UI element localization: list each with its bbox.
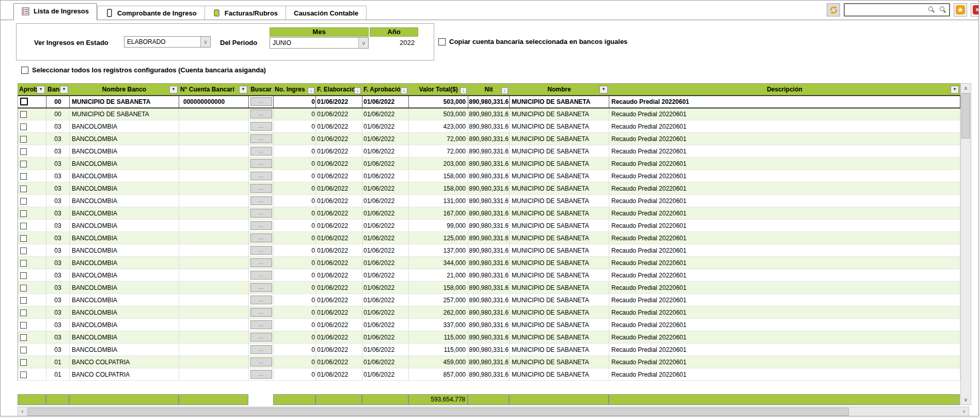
buscar-button[interactable]: ... <box>250 234 272 242</box>
row-approve-checkbox[interactable] <box>20 161 27 167</box>
descripcion-filter-icon[interactable]: ▼ <box>951 86 959 94</box>
valor-sort-icon[interactable]: ↓ <box>460 87 467 94</box>
buscar-button[interactable]: ... <box>250 110 272 118</box>
row-approve-checkbox[interactable] <box>20 111 27 118</box>
favorite-button[interactable]: ★ <box>954 3 967 17</box>
column-header-no_ingreso[interactable]: No. Ingres↓ <box>274 84 316 96</box>
search-icon[interactable] <box>927 6 936 16</box>
row-approve-checkbox[interactable] <box>20 272 27 279</box>
buscar-button[interactable]: ... <box>250 345 272 354</box>
table-row[interactable]: 03BANCOLOMBIA...001/06/202201/06/2022337… <box>18 319 960 331</box>
buscar-button[interactable]: ... <box>250 320 272 329</box>
horizontal-scrollbar[interactable]: ‹ › <box>18 407 969 416</box>
row-approve-checkbox[interactable] <box>20 247 27 254</box>
cuenta-filter-icon[interactable]: ▼ <box>239 86 247 94</box>
row-approve-checkbox[interactable] <box>20 260 27 267</box>
row-approve-checkbox[interactable] <box>20 136 27 143</box>
row-approve-checkbox[interactable] <box>20 185 27 192</box>
column-header-valor[interactable]: Valor Total($)↓ <box>409 84 468 96</box>
buscar-button[interactable]: ... <box>250 196 272 205</box>
table-row[interactable]: 01BANCO COLPATRIA...001/06/202201/06/202… <box>18 368 960 381</box>
banco-filter-icon[interactable]: ▼ <box>60 86 68 94</box>
buscar-button[interactable]: ... <box>250 246 272 255</box>
buscar-button[interactable]: ... <box>250 184 272 193</box>
row-approve-checkbox[interactable] <box>20 123 27 130</box>
buscar-button[interactable]: ... <box>250 221 272 230</box>
vertical-scroll-thumb[interactable] <box>961 93 970 138</box>
row-approve-checkbox[interactable] <box>20 223 27 229</box>
table-row[interactable]: 00MUNICIPIO DE SABANETA000000000000...00… <box>18 96 960 108</box>
table-row[interactable]: 03BANCOLOMBIA...001/06/202201/06/2022158… <box>18 282 960 294</box>
row-approve-checkbox[interactable] <box>20 235 27 242</box>
scroll-right-icon[interactable]: › <box>959 407 969 416</box>
table-row[interactable]: 03BANCOLOMBIA...001/06/202201/06/202299,… <box>18 220 960 232</box>
row-approve-checkbox[interactable] <box>20 297 27 304</box>
table-row[interactable]: 03BANCOLOMBIA...001/06/202201/06/2022158… <box>18 170 960 182</box>
table-row[interactable]: 03BANCOLOMBIA...001/06/202201/06/2022115… <box>18 331 960 344</box>
buscar-button[interactable]: ... <box>250 209 272 218</box>
table-row[interactable]: 03BANCOLOMBIA...001/06/202201/06/202221,… <box>18 269 960 282</box>
exit-button[interactable]: × <box>971 3 979 17</box>
table-row[interactable]: 03BANCOLOMBIA...001/06/202201/06/202272,… <box>18 133 960 145</box>
column-header-f_aprobacion[interactable]: F. Aprobació↓ <box>362 84 409 96</box>
vertical-scrollbar[interactable]: ∧ ∨ <box>960 83 971 405</box>
scroll-up-icon[interactable]: ∧ <box>961 84 971 93</box>
buscar-button[interactable]: ... <box>250 159 272 168</box>
mes-select[interactable]: JUNIO ∨ <box>270 37 369 49</box>
table-row[interactable]: 01BANCO COLPATRIA...001/06/202201/06/202… <box>18 356 960 368</box>
f_elaboracion-sort-icon[interactable]: ↓ <box>354 87 361 94</box>
table-row[interactable]: 03BANCOLOMBIA...001/06/202201/06/2022131… <box>18 195 960 207</box>
column-header-nombre_banco[interactable]: Nombre Banco▼ <box>70 84 179 96</box>
nombre-filter-icon[interactable]: ▼ <box>599 86 608 94</box>
column-header-descripcion[interactable]: Descripción▼ <box>609 84 960 96</box>
buscar-button[interactable]: ... <box>250 308 272 317</box>
row-approve-checkbox[interactable] <box>20 148 27 155</box>
column-header-banco[interactable]: Banc▼ <box>46 84 70 96</box>
buscar-button[interactable]: ... <box>250 370 272 379</box>
horizontal-scroll-thumb[interactable] <box>28 408 849 416</box>
table-row[interactable]: 03BANCOLOMBIA...001/06/202201/06/2022158… <box>18 182 960 195</box>
row-approve-checkbox[interactable] <box>20 322 27 329</box>
f_aprobacion-sort-icon[interactable]: ↓ <box>401 87 407 94</box>
table-row[interactable]: 03BANCOLOMBIA...001/06/202201/06/2022125… <box>18 232 960 244</box>
search-next-icon[interactable]: » <box>939 6 947 16</box>
buscar-button[interactable]: ... <box>250 283 272 292</box>
tab-comprobante-de-ingreso[interactable]: Comprobante de Ingreso <box>97 6 205 20</box>
buscar-button[interactable]: ... <box>250 172 272 180</box>
row-approve-checkbox[interactable] <box>20 371 27 378</box>
ano-value[interactable]: 2022 <box>369 37 417 49</box>
buscar-button[interactable]: ... <box>250 122 272 131</box>
buscar-button[interactable]: ... <box>250 271 272 280</box>
no_ingreso-sort-icon[interactable]: ↓ <box>308 87 314 94</box>
aprobar-filter-icon[interactable]: ▼ <box>37 86 45 94</box>
column-header-aprobar[interactable]: Aprob▼ <box>18 84 46 96</box>
table-row[interactable]: 03BANCOLOMBIA...001/06/202201/06/2022257… <box>18 294 960 306</box>
tab-lista-de-ingresos[interactable]: Lista de Ingresos <box>13 3 97 20</box>
table-row[interactable]: 03BANCOLOMBIA...001/06/202201/06/2022262… <box>18 306 960 319</box>
tab-facturas-rubros[interactable]: Facturas/Rubros <box>205 6 286 20</box>
seleccionar-todos-checkbox[interactable] <box>21 67 28 74</box>
row-approve-checkbox[interactable] <box>20 359 27 366</box>
table-row[interactable]: 03BANCOLOMBIA...001/06/202201/06/2022137… <box>18 244 960 257</box>
table-row[interactable]: 03BANCOLOMBIA...001/06/202201/06/2022167… <box>18 207 960 220</box>
column-header-nit[interactable]: Nit↓ <box>468 84 510 96</box>
column-header-cuenta[interactable]: N° Cuenta Bancari▼ <box>179 84 249 96</box>
row-approve-checkbox[interactable] <box>20 198 27 205</box>
column-header-f_elaboracion[interactable]: F. Elaboració↓ <box>316 84 362 96</box>
buscar-button[interactable]: ... <box>250 97 272 106</box>
nit-sort-icon[interactable]: ↓ <box>501 87 508 94</box>
row-approve-checkbox[interactable] <box>20 98 28 105</box>
buscar-button[interactable]: ... <box>250 258 272 267</box>
table-row[interactable]: 03BANCOLOMBIA...001/06/202201/06/2022115… <box>18 344 960 356</box>
table-row[interactable]: 03BANCOLOMBIA...001/06/202201/06/202272,… <box>18 145 960 158</box>
table-row[interactable]: 03BANCOLOMBIA...001/06/202201/06/2022203… <box>18 158 960 170</box>
buscar-button[interactable]: ... <box>250 333 272 342</box>
buscar-button[interactable]: ... <box>250 296 272 304</box>
row-approve-checkbox[interactable] <box>20 173 27 180</box>
row-approve-checkbox[interactable] <box>20 309 27 316</box>
row-approve-checkbox[interactable] <box>20 334 27 341</box>
table-row[interactable]: 03BANCOLOMBIA...001/06/202201/06/2022344… <box>18 257 960 269</box>
row-approve-checkbox[interactable] <box>20 210 27 217</box>
scroll-down-icon[interactable]: ∨ <box>961 395 971 405</box>
buscar-button[interactable]: ... <box>250 147 272 156</box>
